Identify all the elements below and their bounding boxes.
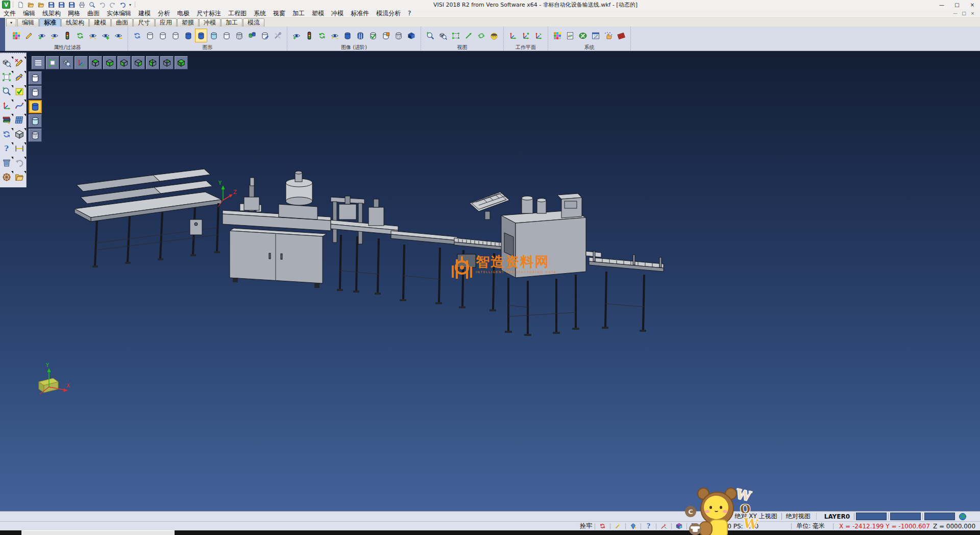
dropdown-arrow-icon[interactable]	[24, 157, 26, 159]
display-transparent-button[interactable]	[29, 114, 42, 128]
edit-delete-button[interactable]	[13, 56, 26, 69]
menu-edit[interactable]: 编辑	[19, 9, 39, 18]
view-left-button[interactable]	[146, 56, 159, 69]
viewport-layout-icon[interactable]	[690, 522, 699, 530]
display-hidden-line-button[interactable]	[29, 86, 42, 99]
measure-button[interactable]	[13, 142, 26, 155]
solid-cube-icon[interactable]	[674, 522, 684, 530]
zoom-fit-button[interactable]	[46, 56, 59, 69]
help-status-icon[interactable]: ?	[644, 522, 653, 530]
conveyor-middle[interactable]	[391, 231, 457, 304]
show-add-button[interactable]	[36, 29, 48, 42]
dropdown-arrow-icon[interactable]	[11, 57, 13, 59]
pick-dart-icon[interactable]	[659, 522, 669, 530]
zoom-cube-button[interactable]	[1, 56, 13, 69]
dropdown-arrow-icon[interactable]	[11, 71, 13, 74]
toolbar-dock-grip[interactable]	[0, 18, 5, 51]
print-button[interactable]	[77, 1, 86, 9]
dropdown-arrow-icon[interactable]	[11, 128, 13, 131]
document-settings-button[interactable]	[564, 29, 576, 42]
tab-dimension[interactable]: 尺寸	[133, 18, 155, 27]
preview-button[interactable]	[87, 1, 96, 9]
tab-application[interactable]: 应用	[155, 18, 177, 27]
mdi-close-button[interactable]: ×	[968, 11, 977, 16]
show-solids-button[interactable]	[290, 29, 303, 42]
close-button[interactable]: ×	[965, 0, 980, 9]
menu-surface[interactable]: 曲面	[84, 9, 103, 18]
cad-model-conveyor-line[interactable]: .f1{fill:#c8ccd1;stroke:#14161a;stroke-w…	[0, 51, 980, 511]
visi-logo-icon[interactable]: V	[2, 1, 10, 9]
search-icon[interactable]	[717, 513, 725, 521]
tab-mold[interactable]: 塑膜	[177, 18, 199, 27]
wireframe-display-button[interactable]	[144, 29, 156, 42]
dashed-display-button[interactable]	[169, 29, 182, 42]
view-reference-indicator[interactable]: 绝对视图	[786, 512, 811, 521]
multi-shade-button[interactable]	[246, 29, 258, 42]
tab-wireframe[interactable]: 线架构	[61, 18, 89, 27]
ucs-button[interactable]	[1, 99, 13, 112]
perspective-view-button[interactable]	[488, 29, 500, 42]
filter-remove-button[interactable]	[112, 29, 125, 42]
menu-machining[interactable]: 加工	[289, 9, 308, 18]
save-button[interactable]	[46, 1, 56, 9]
dropdown-arrow-icon[interactable]	[24, 171, 26, 174]
dropdown-arrow-icon[interactable]	[11, 142, 13, 145]
view-orientation-indicator[interactable]: 绝对 XY 上视图	[735, 512, 777, 521]
dropdown-arrow-icon[interactable]	[11, 85, 13, 88]
redraw-button[interactable]	[131, 29, 143, 42]
magic-wand-icon[interactable]	[613, 522, 623, 530]
solid-tag-button[interactable]	[380, 29, 392, 42]
units-indicator[interactable]: 单位: 毫米	[796, 522, 825, 530]
menu-wireframe[interactable]: 线架构	[39, 9, 64, 18]
undo-last-button[interactable]	[13, 156, 26, 169]
save-as-button[interactable]	[57, 1, 66, 9]
display-shaded-button[interactable]	[29, 100, 42, 113]
menu-system[interactable]: 系统	[250, 9, 270, 18]
pan-view-button[interactable]	[462, 29, 475, 42]
menu-flow-analysis[interactable]: 模流分析	[373, 9, 404, 18]
globe-icon[interactable]	[959, 513, 967, 521]
menu-solid-edit[interactable]: 实体编辑	[103, 9, 135, 18]
open-copy-button[interactable]	[36, 1, 45, 9]
dropdown-arrow-icon[interactable]	[11, 171, 13, 174]
mdi-restore-button[interactable]: □	[960, 11, 968, 16]
open-document-button[interactable]	[13, 171, 26, 184]
view-back-button[interactable]	[132, 56, 145, 69]
new-file-button[interactable]	[16, 1, 25, 9]
menu-mesh[interactable]: 网格	[64, 9, 84, 18]
color-palette-button[interactable]	[551, 29, 564, 42]
regen-solids-button[interactable]	[316, 29, 328, 42]
menu-analysis[interactable]: 分析	[154, 9, 174, 18]
zoom-solids-button[interactable]	[437, 29, 449, 42]
dropdown-arrow-icon[interactable]	[24, 114, 26, 116]
view-menu-button[interactable]	[32, 56, 45, 69]
tab-surface[interactable]: 曲面	[111, 18, 133, 27]
spline-button[interactable]	[13, 99, 26, 112]
mdi-minimize-button[interactable]: —	[951, 11, 960, 16]
regenerate-button[interactable]	[1, 128, 13, 141]
window-settings-button[interactable]	[590, 29, 602, 42]
3d-viewport[interactable]: .f1{fill:#c8ccd1;stroke:#14161a;stroke-w…	[0, 51, 980, 511]
tab-dropdown-icon[interactable]: ▾	[6, 18, 16, 27]
dropdown-arrow-icon[interactable]	[24, 71, 26, 74]
filter-traffic-button[interactable]	[61, 29, 74, 42]
toggle-solids-button[interactable]	[329, 29, 341, 42]
workplane-align-button[interactable]	[532, 29, 545, 42]
help-button[interactable]: ?	[1, 142, 13, 155]
tab-edit[interactable]: 编辑	[17, 18, 39, 27]
solid-filter-button[interactable]	[303, 29, 315, 42]
dropdown-arrow-icon[interactable]	[24, 85, 26, 88]
show-toggle-button[interactable]	[87, 29, 99, 42]
menu-dimension[interactable]: 尺寸标注	[193, 9, 225, 18]
navigation-wheel-button[interactable]	[1, 171, 13, 184]
view-front-button[interactable]	[117, 56, 131, 69]
save-all-button[interactable]	[67, 1, 76, 9]
taskbar-window-preview[interactable]	[21, 530, 175, 535]
menu-mold[interactable]: 塑模	[308, 9, 328, 18]
solid-shaded-button[interactable]	[341, 29, 354, 42]
minimize-button[interactable]: —	[934, 0, 949, 9]
facet-cube-button[interactable]	[405, 29, 418, 42]
edit-curve-button[interactable]	[13, 70, 26, 84]
attributes-button[interactable]	[10, 29, 22, 42]
fit-view-button[interactable]	[1, 70, 13, 84]
